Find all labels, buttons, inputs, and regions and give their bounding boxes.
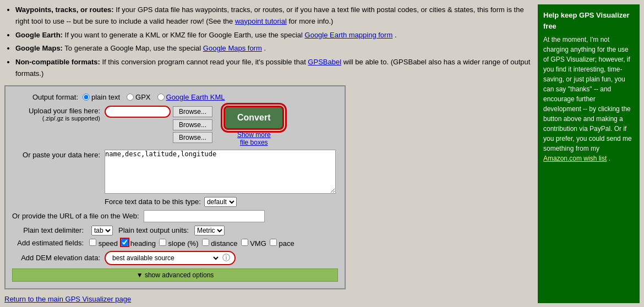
gpsbabel-link[interactable]: GPSBabel <box>308 58 341 66</box>
dem-help-icon[interactable]: ⓘ <box>222 253 230 263</box>
upload-row-2: Browse... <box>105 119 212 130</box>
url-row: Or provide the URL of a file on the Web: <box>12 210 338 222</box>
force-text-select[interactable]: default <box>204 197 237 207</box>
url-label: Or provide the URL of a file on the Web: <box>12 212 139 220</box>
bullet-ge-after: . <box>395 31 397 39</box>
field-heading-text: heading <box>130 239 156 248</box>
bullet-waypoint: Waypoints, tracks, or routes: If your GP… <box>15 4 538 28</box>
upload-row-1: Browse... <box>105 106 212 118</box>
bullet-ge-bold: Google Earth: <box>15 31 63 39</box>
url-input[interactable] <box>144 210 265 222</box>
sidebar-body: At the moment, I'm not charging anything… <box>543 35 634 154</box>
upload-row-3: Browse... <box>105 132 212 143</box>
show-more-link[interactable]: Show more file boxes <box>237 131 271 146</box>
delimiter-label: Plain text delimiter: <box>12 226 84 234</box>
paste-label: Or paste your data here: <box>12 150 100 159</box>
dem-row: Add DEM elevation data: best available s… <box>12 251 338 265</box>
bullet-waypoint-after: for more info.) <box>288 17 333 25</box>
field-pace-text: pace <box>279 239 294 248</box>
bullet-nc-text: If this conversion program cannot read y… <box>102 58 308 66</box>
bullet-nc-bold: Non-compatible formats: <box>15 58 100 66</box>
upload-buttons: Browse... Browse... Browse... <box>105 106 212 143</box>
conversion-form: Output format: plain text GPX Google Ear… <box>4 85 346 289</box>
browse-button-1[interactable]: Browse... <box>173 106 212 117</box>
field-distance-text: distance <box>211 239 237 248</box>
output-format-label: Output format: <box>12 93 78 101</box>
field-slope-text: slope (%) <box>168 239 199 248</box>
delimiter-select[interactable]: tab <box>91 226 113 235</box>
dem-label: Add DEM elevation data: <box>12 254 100 262</box>
google-maps-link[interactable]: Google Maps form <box>203 44 262 52</box>
advanced-options-label: ▼ show advanced options <box>137 271 214 279</box>
upload-sublabel: (.zip/.gz is supported) <box>12 114 100 122</box>
field-heading-label[interactable]: heading <box>121 239 156 248</box>
convert-button[interactable]: Convert <box>223 106 284 130</box>
amazon-wishlist-link[interactable]: Amazon.com wish list <box>543 155 607 162</box>
waypoint-tutorial-link[interactable]: waypoint tutorial <box>235 17 287 25</box>
output-format-options: plain text GPX Google Earth KML <box>83 93 225 101</box>
field-vmg-label[interactable]: VMG <box>241 239 266 248</box>
radio-kml-label[interactable]: Google Earth KML <box>157 93 225 101</box>
delimiter-row: Plain text delimiter: tab Plain text out… <box>12 226 338 235</box>
output-units-select[interactable]: Metric <box>194 226 225 235</box>
force-text-row: Force text data to be this type: default <box>105 197 338 207</box>
advanced-options-bar[interactable]: ▼ show advanced options <box>12 268 338 282</box>
field-slope-label[interactable]: slope (%) <box>159 239 199 248</box>
dem-select[interactable]: best available source <box>110 254 220 262</box>
upload-label-wrapper: Upload your files here: (.zip/.gz is sup… <box>12 106 105 122</box>
estimated-label: Add estimated fields: <box>12 239 84 247</box>
radio-plain-text[interactable] <box>83 94 90 101</box>
field-slope-checkbox[interactable] <box>159 239 166 246</box>
show-more-anchor[interactable]: Show more file boxes <box>237 131 271 146</box>
bullet-waypoint-bold: Waypoints, tracks, or routes: <box>15 6 114 14</box>
bullet-gm-bold: Google Maps: <box>15 44 63 52</box>
field-heading-checkbox[interactable] <box>121 239 128 246</box>
radio-gpx-label-text: GPX <box>135 93 150 101</box>
convert-btn-wrapper: Convert Show more file boxes <box>223 106 284 146</box>
paste-row: Or paste your data here: name,desc,latit… <box>12 150 338 194</box>
force-text-label: Force text data to be this type: <box>105 198 201 206</box>
field-vmg-checkbox[interactable] <box>241 239 248 246</box>
sidebar-title: Help keep GPS Visualizer free <box>543 10 634 31</box>
radio-plain-text-label: plain text <box>91 93 120 101</box>
estimated-row: Add estimated fields: speed heading slop… <box>12 239 338 248</box>
file-input-1[interactable] <box>105 106 171 118</box>
upload-convert-row: Upload your files here: (.zip/.gz is sup… <box>12 106 338 146</box>
field-vmg-text: VMG <box>250 239 266 248</box>
field-distance-checkbox[interactable] <box>202 239 209 246</box>
dem-select-wrapper: best available source ⓘ <box>105 251 236 265</box>
bullet-gm-text: To generate a Google Map, use the specia… <box>64 44 203 52</box>
field-speed-text: speed <box>99 239 118 248</box>
footer-link-wrapper: Return to the main GPS Visualizer page <box>4 295 538 303</box>
field-pace-label[interactable]: pace <box>270 239 294 248</box>
field-distance-label[interactable]: distance <box>202 239 238 248</box>
bullet-ge-text: If you want to generate a KML or KMZ fil… <box>65 31 305 39</box>
field-pace-checkbox[interactable] <box>270 239 277 246</box>
bullet-non-compatible: Non-compatible formats: If this conversi… <box>15 57 538 80</box>
field-speed-label[interactable]: speed <box>89 239 118 248</box>
radio-kml-link[interactable]: Google Earth KML <box>166 93 225 101</box>
browse-button-3[interactable]: Browse... <box>173 132 212 143</box>
browse-button-2[interactable]: Browse... <box>173 119 212 130</box>
bullet-google-maps: Google Maps: To generate a Google Map, u… <box>15 43 538 54</box>
radio-kml[interactable] <box>157 94 165 101</box>
paste-textarea[interactable]: name,desc,latitude,longitude <box>105 150 336 194</box>
info-bullets: Waypoints, tracks, or routes: If your GP… <box>4 4 538 80</box>
main-page-link[interactable]: Return to the main GPS Visualizer page <box>4 295 131 303</box>
bullet-google-earth: Google Earth: If you want to generate a … <box>15 30 538 41</box>
field-speed-checkbox[interactable] <box>89 239 96 246</box>
radio-gpx-label[interactable]: GPX <box>127 93 150 101</box>
radio-plain-label[interactable]: plain text <box>83 93 120 101</box>
google-earth-link[interactable]: Google Earth mapping form <box>305 31 393 39</box>
radio-gpx[interactable] <box>127 94 134 101</box>
output-format-row: Output format: plain text GPX Google Ear… <box>12 93 338 101</box>
bullet-gm-after: . <box>264 44 266 52</box>
sidebar: Help keep GPS Visualizer free At the mom… <box>538 4 640 303</box>
sidebar-after: . <box>609 155 610 162</box>
output-units-label: Plain text output units: <box>118 226 189 234</box>
